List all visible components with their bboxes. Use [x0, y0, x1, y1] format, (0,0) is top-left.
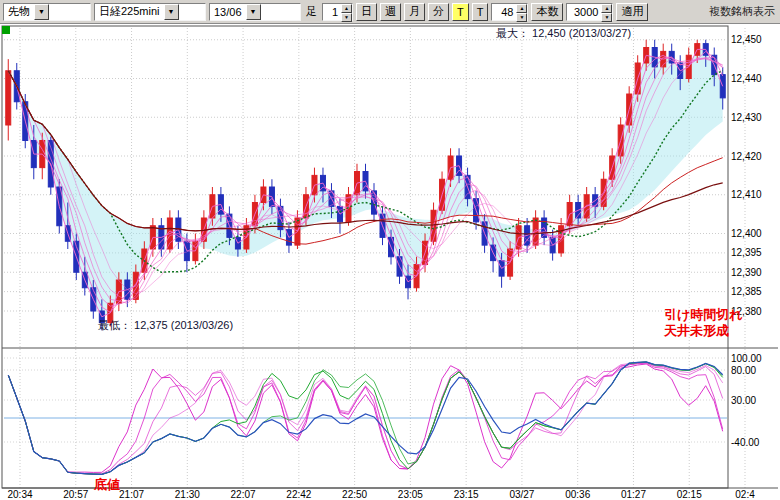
apply-button[interactable]: 適用: [616, 3, 648, 21]
spinner-arrows-icon[interactable]: ▲▼: [341, 4, 352, 20]
svg-text:12,410: 12,410: [731, 189, 762, 200]
interval-stepper[interactable]: 1 ▲▼: [322, 3, 353, 21]
svg-text:03/27: 03/27: [509, 489, 534, 500]
svg-text:12,450: 12,450: [731, 34, 762, 45]
svg-text:21:07: 21:07: [119, 489, 144, 500]
corner-marker-icon: [2, 26, 10, 34]
svg-text:00:36: 00:36: [565, 489, 590, 500]
period-week-button[interactable]: 週: [380, 3, 401, 21]
svg-text:22:42: 22:42: [286, 489, 311, 500]
svg-text:12,380: 12,380: [731, 306, 762, 317]
svg-text:12,430: 12,430: [731, 112, 762, 123]
contract-select[interactable]: 13/06 ▼: [209, 3, 301, 21]
svg-text:20:57: 20:57: [63, 489, 88, 500]
spinner-arrows-icon[interactable]: ▲▼: [601, 4, 612, 20]
svg-text:12,395: 12,395: [731, 247, 762, 258]
t-button[interactable]: T: [472, 3, 489, 21]
svg-text:30.00: 30.00: [731, 395, 756, 406]
svg-text:80.00: 80.00: [731, 365, 756, 376]
category-select[interactable]: 先物 ▼: [3, 3, 91, 21]
chevron-down-icon[interactable]: ▼: [164, 4, 179, 20]
svg-text:12,390: 12,390: [731, 267, 762, 278]
svg-text:100.00: 100.00: [731, 353, 762, 364]
chevron-down-icon[interactable]: ▼: [246, 4, 261, 20]
svg-text:22:50: 22:50: [342, 489, 367, 500]
bars-value: 3000: [567, 4, 601, 20]
category-select-value: 先物: [4, 4, 34, 19]
svg-text:22:07: 22:07: [231, 489, 256, 500]
svg-text:12,385: 12,385: [731, 286, 762, 297]
oscillator-panel: [4, 358, 727, 474]
period-day-button[interactable]: 日: [356, 3, 377, 21]
svg-text:12,400: 12,400: [731, 228, 762, 239]
svg-text:23:15: 23:15: [454, 489, 479, 500]
svg-text:02:15: 02:15: [677, 489, 702, 500]
bars-stepper[interactable]: 3000 ▲▼: [566, 3, 613, 21]
svg-text:23:05: 23:05: [398, 489, 423, 500]
ashi-label: 足: [304, 4, 319, 19]
period-month-button[interactable]: 月: [404, 3, 425, 21]
tick-count-stepper[interactable]: 48 ▲▼: [491, 3, 528, 21]
svg-text:01:27: 01:27: [621, 489, 646, 500]
multi-symbol-link[interactable]: 複数銘柄表示: [709, 4, 777, 19]
svg-text:20:34: 20:34: [7, 489, 32, 500]
svg-text:21:30: 21:30: [175, 489, 200, 500]
svg-text:12,440: 12,440: [731, 73, 762, 84]
svg-text:02:4: 02:4: [735, 489, 755, 500]
chevron-down-icon[interactable]: ▼: [34, 4, 49, 20]
period-minute-button[interactable]: 分: [428, 3, 449, 21]
svg-text:-40.00: -40.00: [731, 437, 760, 448]
price-chart-canvas[interactable]: 12,45012,44012,43012,42012,41012,40012,3…: [0, 24, 780, 500]
toolbar: 先物 ▼ 日経225mini ▼ 13/06 ▼ 足 1 ▲▼ 日 週 月 分 …: [0, 0, 780, 24]
contract-select-value: 13/06: [210, 6, 246, 18]
tick-count-value: 48: [492, 4, 516, 20]
svg-text:12,420: 12,420: [731, 151, 762, 162]
interval-value: 1: [323, 4, 341, 20]
symbol-select[interactable]: 日経225mini ▼: [94, 3, 206, 21]
tick-mode-toggle[interactable]: T: [452, 3, 469, 21]
spinner-arrows-icon[interactable]: ▲▼: [516, 4, 527, 20]
honsu-button[interactable]: 本数: [531, 3, 563, 21]
symbol-select-value: 日経225mini: [95, 4, 164, 19]
chart-area: 12,45012,44012,43012,42012,41012,40012,3…: [0, 24, 780, 500]
